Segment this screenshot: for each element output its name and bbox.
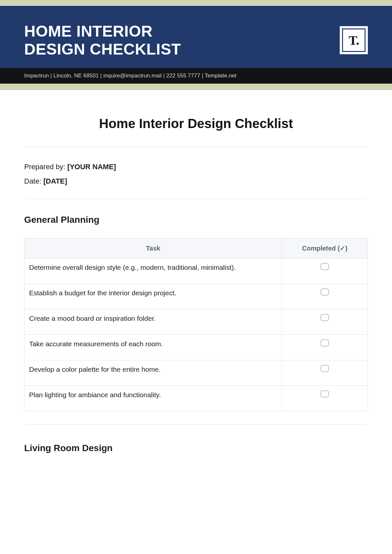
checkbox[interactable] (320, 390, 329, 398)
meta-block: Prepared by: [YOUR NAME] Date: [DATE] (24, 163, 368, 186)
divider (24, 147, 368, 147)
table-header-completed: Completed (✓) (282, 238, 368, 258)
header-title: HOME INTERIOR DESIGN CHECKLIST (24, 22, 181, 58)
header: HOME INTERIOR DESIGN CHECKLIST T. (0, 6, 392, 68)
table-row: Determine overall design style (e.g., mo… (24, 258, 368, 284)
task-cell: Develop a color palette for the entire h… (24, 360, 282, 386)
checkbox-cell (282, 335, 368, 360)
checkbox[interactable] (320, 263, 329, 270)
prepared-by-value: [YOUR NAME] (67, 163, 116, 171)
logo-text: T. (349, 33, 359, 48)
accent-bar (0, 84, 392, 90)
table-header-task: Task (24, 238, 282, 258)
checkbox[interactable] (320, 365, 329, 372)
section-title-general-planning: General Planning (24, 215, 368, 225)
checkbox[interactable] (320, 314, 329, 321)
table-row: Plan lighting for ambiance and functiona… (24, 386, 368, 411)
table-row: Create a mood board or inspiration folde… (24, 309, 368, 335)
checkbox-cell (282, 386, 368, 411)
date-label: Date: (24, 177, 43, 185)
checkbox-cell (282, 258, 368, 284)
info-bar: Impactrun | Lincoln, NE 68501 | inquire@… (0, 68, 392, 84)
top-accent-bar (0, 0, 392, 6)
task-cell: Take accurate measurements of each room. (24, 335, 282, 360)
checkbox[interactable] (320, 339, 329, 347)
date-line: Date: [DATE] (24, 177, 368, 186)
prepared-by-line: Prepared by: [YOUR NAME] (24, 163, 368, 171)
checkbox-cell (282, 360, 368, 386)
prepared-by-label: Prepared by: (24, 163, 67, 171)
divider (24, 199, 368, 199)
table-row: Take accurate measurements of each room. (24, 335, 368, 360)
task-cell: Establish a budget for the interior desi… (24, 284, 282, 309)
date-value: [DATE] (43, 177, 67, 185)
checkbox-cell (282, 309, 368, 335)
checkbox-cell (282, 284, 368, 309)
general-planning-table: Task Completed (✓) Determine overall des… (24, 238, 368, 411)
table-row: Establish a budget for the interior desi… (24, 284, 368, 309)
content: Home Interior Design Checklist Prepared … (0, 90, 392, 480)
logo: T. (340, 26, 368, 54)
divider (24, 424, 368, 425)
table-row: Develop a color palette for the entire h… (24, 360, 368, 386)
task-cell: Plan lighting for ambiance and functiona… (24, 386, 282, 411)
task-cell: Create a mood board or inspiration folde… (24, 309, 282, 335)
checkbox[interactable] (320, 288, 329, 296)
task-cell: Determine overall design style (e.g., mo… (24, 258, 282, 284)
header-title-line2: DESIGN CHECKLIST (24, 40, 181, 58)
page-title: Home Interior Design Checklist (24, 116, 368, 131)
section-title-living-room: Living Room Design (24, 443, 368, 453)
header-title-line1: HOME INTERIOR (24, 22, 181, 40)
